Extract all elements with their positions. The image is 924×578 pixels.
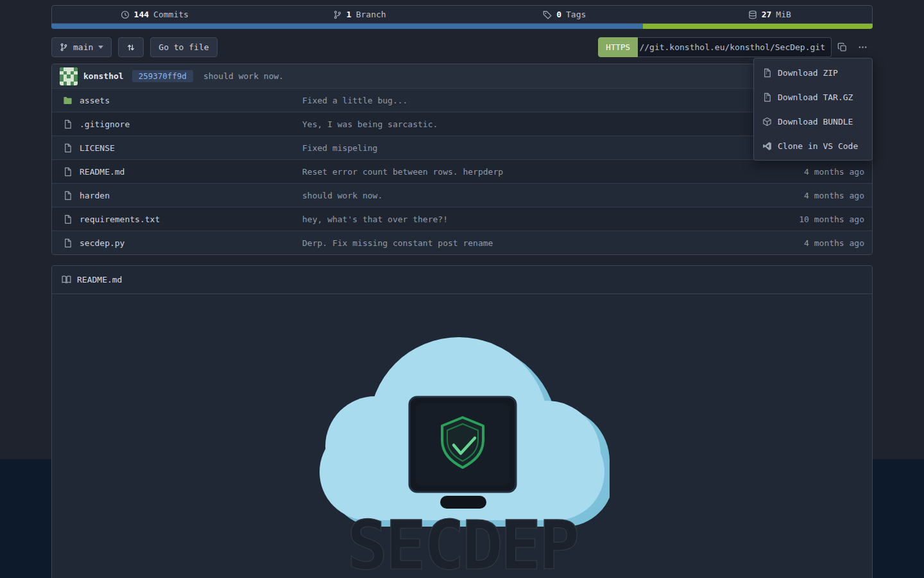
- file-name-cell[interactable]: assets: [52, 96, 302, 105]
- file-commit-message[interactable]: hey, what's that over there?!: [302, 215, 737, 224]
- stat-commits[interactable]: 144 Commits: [52, 10, 257, 19]
- menu-item-clone-vscode[interactable]: Clone in VS Code: [754, 134, 872, 158]
- file-age: 10 months ago: [737, 215, 872, 224]
- download-menu: Download ZIP Download TAR.GZ Download BU…: [753, 58, 873, 161]
- file-icon: [63, 191, 73, 200]
- file-name: .gitignore: [80, 119, 130, 129]
- repo-toolbar: main Go to file HTTPS https://git.konsth…: [51, 37, 873, 57]
- branch-icon: [60, 43, 68, 51]
- logo-wordmark: SECDEP: [347, 506, 578, 578]
- https-toggle-button[interactable]: HTTPS: [598, 37, 638, 57]
- chevron-down-icon: [98, 46, 103, 49]
- file-table: konsthol 259370ff9d should work now. ass…: [51, 64, 873, 255]
- stat-size[interactable]: 27 MiB: [667, 10, 873, 19]
- file-age: 4 months ago: [737, 238, 872, 248]
- language-segment-secondary: [643, 24, 873, 29]
- file-name-cell[interactable]: LICENSE: [52, 143, 302, 153]
- branch-selector-label: main: [73, 42, 93, 52]
- bundle-icon: [762, 117, 772, 127]
- file-commit-message[interactable]: Derp. Fix missing constant post rename: [302, 238, 737, 248]
- branch-icon: [333, 10, 342, 19]
- stat-size-label: MiB: [776, 10, 791, 19]
- compare-icon: [126, 43, 135, 52]
- file-commit-message[interactable]: Yes, I was being sarcastic.: [302, 119, 737, 129]
- file-row-requirements[interactable]: requirements.txt hey, what's that over t…: [52, 207, 872, 231]
- readme-header: README.md: [52, 266, 872, 294]
- go-to-file-button[interactable]: Go to file: [150, 37, 217, 57]
- file-name-cell[interactable]: requirements.txt: [52, 215, 302, 224]
- file-name: secdep.py: [80, 238, 124, 248]
- menu-item-label: Download TAR.GZ: [778, 92, 853, 102]
- readme-panel: README.md: [51, 265, 873, 578]
- secdep-logo-image: SECDEP: [314, 328, 610, 578]
- branch-selector[interactable]: main: [51, 37, 112, 57]
- stat-commits-value: 144: [134, 10, 149, 19]
- book-icon: [62, 275, 71, 285]
- readme-title: README.md: [77, 275, 122, 285]
- file-commit-message[interactable]: Fixed a little bug...: [302, 96, 737, 105]
- file-icon: [63, 167, 73, 177]
- file-name-cell[interactable]: .gitignore: [52, 119, 302, 129]
- stat-tags[interactable]: 0 Tags: [462, 10, 667, 19]
- repo-page: 144 Commits 1 Branch 0 Tags 27 MiB main: [51, 5, 873, 578]
- menu-item-label: Clone in VS Code: [778, 141, 858, 151]
- stat-commits-label: Commits: [153, 10, 189, 19]
- language-bar[interactable]: [51, 24, 873, 29]
- file-name-cell[interactable]: README.md: [52, 167, 302, 177]
- file-commit-message[interactable]: Reset error count between rows. herpderp: [302, 167, 737, 177]
- language-segment-primary: [51, 24, 643, 29]
- clone-url-text: https://git.konsthol.eu/konsthol/SecDep.…: [638, 42, 825, 52]
- avatar[interactable]: [60, 67, 78, 85]
- file-row-readme[interactable]: README.md Reset error count between rows…: [52, 159, 872, 183]
- file-name: harden: [80, 191, 110, 200]
- database-icon: [748, 10, 757, 19]
- stat-tags-value: 0: [556, 10, 561, 19]
- file-age: 4 months ago: [737, 167, 872, 177]
- clone-panel: HTTPS https://git.konsthol.eu/konsthol/S…: [598, 37, 873, 57]
- copy-url-button[interactable]: [832, 37, 852, 57]
- file-row-assets[interactable]: assets Fixed a little bug...: [52, 88, 872, 112]
- commit-message[interactable]: should work now.: [203, 71, 284, 81]
- https-toggle-label: HTTPS: [606, 42, 630, 52]
- folder-icon: [63, 96, 73, 105]
- go-to-file-label: Go to file: [158, 42, 209, 52]
- clone-url-field[interactable]: https://git.konsthol.eu/konsthol/SecDep.…: [638, 37, 832, 57]
- file-name: LICENSE: [80, 143, 115, 153]
- commit-sha-badge[interactable]: 259370ff9d: [132, 70, 193, 82]
- more-options-button[interactable]: [852, 37, 873, 57]
- file-commit-message[interactable]: should work now.: [302, 191, 737, 200]
- menu-item-download-bundle[interactable]: Download BUNDLE: [754, 109, 872, 134]
- stat-tags-label: Tags: [566, 10, 586, 19]
- file-name-cell[interactable]: harden: [52, 191, 302, 200]
- stat-branches-label: Branch: [356, 10, 386, 19]
- vscode-icon: [762, 141, 772, 151]
- file-row-harden[interactable]: harden should work now. 4 months ago: [52, 183, 872, 207]
- menu-item-label: Download ZIP: [778, 68, 838, 78]
- menu-item-download-zip[interactable]: Download ZIP: [754, 60, 872, 85]
- file-name: requirements.txt: [80, 215, 160, 224]
- commit-author[interactable]: konsthol: [83, 71, 124, 81]
- file-icon: [63, 238, 73, 248]
- copy-icon: [837, 42, 847, 52]
- menu-item-download-targz[interactable]: Download TAR.GZ: [754, 85, 872, 109]
- readme-content: SECDEP: [52, 294, 872, 578]
- compare-button[interactable]: [118, 37, 144, 57]
- file-name: assets: [80, 96, 110, 105]
- stat-branches-value: 1: [346, 10, 352, 19]
- menu-item-label: Download BUNDLE: [778, 117, 853, 127]
- file-icon: [63, 143, 73, 153]
- file-icon: [63, 119, 73, 129]
- repo-stats-bar: 144 Commits 1 Branch 0 Tags 27 MiB: [51, 5, 873, 24]
- file-name-cell[interactable]: secdep.py: [52, 238, 302, 248]
- file-row-gitignore[interactable]: .gitignore Yes, I was being sarcastic.: [52, 112, 872, 136]
- file-commit-message[interactable]: Fixed mispeling: [302, 143, 737, 153]
- latest-commit-row: konsthol 259370ff9d should work now.: [52, 64, 872, 88]
- history-icon: [121, 10, 130, 19]
- file-row-secdep[interactable]: secdep.py Derp. Fix missing constant pos…: [52, 231, 872, 254]
- stat-size-value: 27: [762, 10, 772, 19]
- stat-branches[interactable]: 1 Branch: [257, 10, 463, 19]
- zip-file-icon: [762, 68, 772, 78]
- file-name: README.md: [80, 167, 124, 177]
- file-row-license[interactable]: LICENSE Fixed mispeling: [52, 136, 872, 159]
- ellipsis-icon: [858, 42, 868, 52]
